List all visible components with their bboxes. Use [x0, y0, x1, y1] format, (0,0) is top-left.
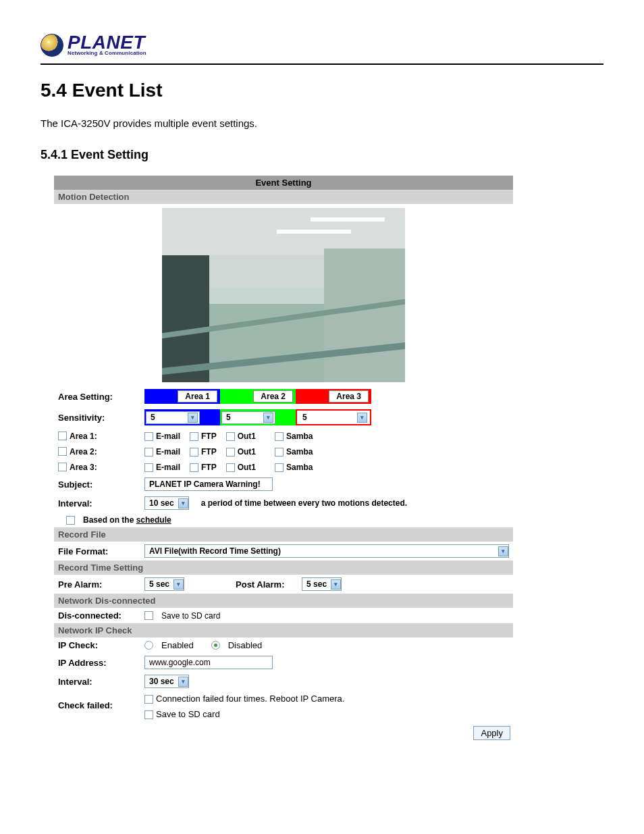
check-failed-label: Check failed:: [58, 694, 139, 710]
enabled-radio[interactable]: [144, 641, 153, 650]
record-file-header: Record File: [54, 527, 513, 542]
subject-input[interactable]: PLANET IP Camera Warning!: [144, 477, 273, 491]
area1-samba-label: Samba: [286, 432, 313, 441]
save-sd-checkbox[interactable]: [144, 611, 153, 620]
area-2-checkbox[interactable]: [58, 447, 67, 456]
area2-ftp-checkbox[interactable]: [190, 448, 198, 457]
logo-tagline: Networking & Communication: [68, 50, 146, 56]
area-1-row-label: Area 1:: [70, 432, 97, 441]
logo: PLANET Networking & Communication: [41, 34, 603, 57]
panel-title: Event Setting: [54, 176, 513, 190]
disabled-radio[interactable]: [211, 641, 220, 650]
ip-check-header: Network IP Check: [54, 623, 513, 637]
area2-samba-label: Samba: [286, 447, 313, 457]
chevron-down-icon: ▾: [188, 413, 198, 423]
schedule-label: Based on the schedule: [83, 515, 171, 525]
enabled-label: Enabled: [161, 640, 194, 650]
reboot-label: Connection failed four times. Reboot IP …: [156, 694, 344, 704]
chevron-down-icon: ▾: [173, 579, 184, 590]
sensitivity-3-select[interactable]: 5▾: [298, 412, 369, 423]
area3-out1-label: Out1: [238, 463, 256, 472]
sensitivity-1-value: 5: [151, 413, 155, 422]
camera-preview: [162, 208, 405, 382]
save-sd-label: Save to SD card: [161, 611, 220, 621]
area-2-button[interactable]: Area 2: [253, 390, 293, 402]
area1-email-checkbox[interactable]: [144, 432, 153, 441]
area1-out1-checkbox[interactable]: [226, 432, 235, 441]
ip-address-input[interactable]: www.google.com: [144, 656, 273, 669]
logo-brand: PLANET: [68, 34, 146, 51]
schedule-checkbox[interactable]: [66, 516, 75, 525]
ip-address-label: IP Address:: [58, 658, 139, 668]
area2-ftp-label: FTP: [201, 447, 217, 457]
file-format-label: File Format:: [58, 546, 139, 556]
subsection-heading: 5.4.1 Event Setting: [41, 148, 603, 162]
sensitivity-2-value: 5: [226, 413, 231, 422]
ipcheck-interval-value: 30 sec: [145, 675, 178, 687]
net-disc-header: Network Dis-connected: [54, 594, 513, 608]
sensitivity-3-value: 5: [302, 413, 307, 422]
sensitivity-label: Sensitivity:: [58, 413, 139, 423]
chevron-down-icon: ▾: [178, 498, 188, 509]
area2-email-label: E-mail: [156, 447, 180, 457]
section-heading: 5.4 Event List: [41, 80, 603, 101]
chevron-down-icon: ▾: [498, 546, 508, 556]
area2-samba-checkbox[interactable]: [275, 448, 284, 457]
globe-icon: [41, 34, 63, 57]
header-divider: [41, 63, 603, 65]
area1-ftp-checkbox[interactable]: [190, 432, 198, 441]
ip-check-label: IP Check:: [58, 640, 139, 650]
area3-email-label: E-mail: [156, 463, 180, 472]
file-format-value: AVI File(with Record Time Setting): [145, 545, 285, 557]
reboot-checkbox[interactable]: [144, 695, 153, 704]
ipcheck-interval-label: Interval:: [58, 677, 139, 687]
area-setting-label: Area Setting:: [58, 392, 139, 402]
fail-save-sd-checkbox[interactable]: [144, 710, 153, 719]
pre-alarm-select[interactable]: 5 sec▾: [144, 577, 184, 591]
chevron-down-icon: ▾: [357, 413, 367, 423]
area1-ftp-label: FTP: [201, 432, 217, 441]
event-setting-panel: Event Setting Motion Detection Area Sett…: [54, 176, 513, 740]
area3-samba-checkbox[interactable]: [275, 463, 284, 472]
area2-out1-label: Out1: [238, 447, 256, 457]
area3-out1-checkbox[interactable]: [226, 463, 235, 472]
pre-alarm-value: 5 sec: [145, 578, 173, 590]
post-alarm-value: 5 sec: [302, 578, 331, 590]
area2-out1-checkbox[interactable]: [226, 448, 235, 457]
chevron-down-icon: ▾: [331, 579, 341, 590]
interval-value: 10 sec: [145, 497, 178, 509]
fail-save-sd-label: Save to SD card: [156, 709, 220, 719]
intro-text: The ICA-3250V provides multiple event se…: [41, 118, 603, 129]
area2-email-checkbox[interactable]: [144, 448, 153, 457]
area1-samba-checkbox[interactable]: [275, 432, 284, 441]
area3-samba-label: Samba: [286, 463, 313, 472]
area-1-button[interactable]: Area 1: [178, 390, 217, 402]
sensitivity-2-select[interactable]: 5▾: [221, 411, 275, 424]
interval-note: a period of time between every two motio…: [201, 498, 407, 508]
area-2-row-label: Area 2:: [70, 447, 97, 457]
pre-alarm-label: Pre Alarm:: [58, 579, 139, 590]
record-time-header: Record Time Setting: [54, 561, 513, 575]
subject-label: Subject:: [58, 479, 139, 490]
area-3-button[interactable]: Area 3: [329, 390, 369, 402]
chevron-down-icon: ▾: [178, 677, 188, 687]
area1-email-label: E-mail: [156, 432, 180, 441]
area3-email-checkbox[interactable]: [144, 463, 153, 472]
area-3-checkbox[interactable]: [58, 463, 67, 471]
interval-label: Interval:: [58, 498, 139, 509]
post-alarm-select[interactable]: 5 sec▾: [302, 577, 342, 591]
disabled-label: Disabled: [228, 640, 263, 650]
ipcheck-interval-select[interactable]: 30 sec▾: [144, 675, 189, 688]
post-alarm-label: Post Alarm:: [236, 579, 296, 590]
chevron-down-icon: ▾: [263, 413, 273, 423]
disconnected-label: Dis-connected:: [58, 610, 139, 621]
area3-ftp-checkbox[interactable]: [190, 463, 198, 472]
file-format-select[interactable]: AVI File(with Record Time Setting)▾: [144, 544, 509, 558]
interval-select[interactable]: 10 sec▾: [144, 496, 189, 510]
motion-detection-header: Motion Detection: [54, 190, 513, 204]
apply-button[interactable]: Apply: [473, 726, 510, 740]
area-1-checkbox[interactable]: [58, 432, 67, 440]
area-3-row-label: Area 3:: [70, 463, 97, 472]
area1-out1-label: Out1: [238, 432, 256, 441]
sensitivity-1-select[interactable]: 5▾: [146, 411, 200, 424]
